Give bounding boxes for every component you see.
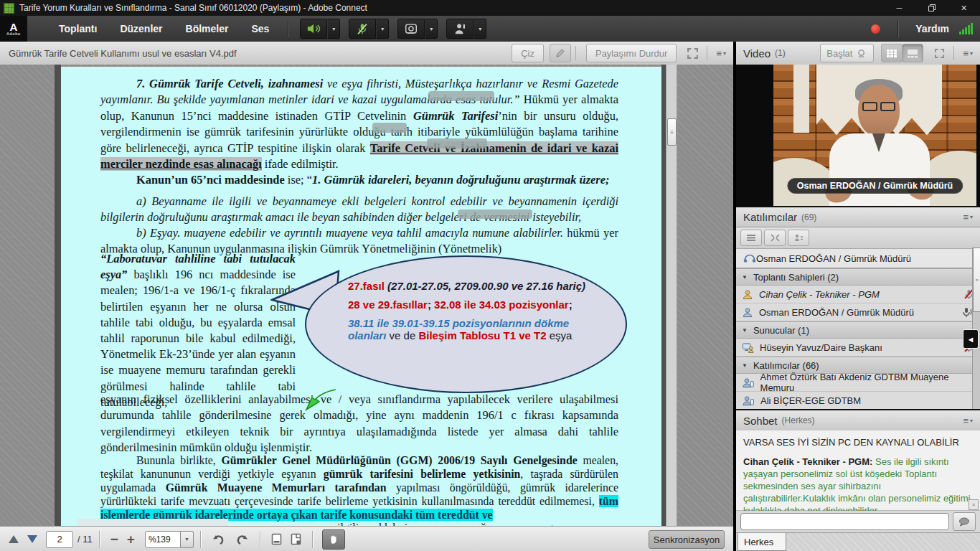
zoom-level-input[interactable]	[145, 531, 181, 548]
collapse-left-icon: ◄	[967, 335, 975, 344]
fullscreen-icon	[934, 48, 945, 59]
participant-mobile-icon	[742, 395, 755, 406]
attendee-row[interactable]: Osman ERDOĞAN / Gümrük Müdürü	[736, 303, 980, 321]
shared-document-title: Gümrük Tarife Cetveli Kullanımı usul ve …	[9, 48, 237, 59]
attendee-row[interactable]: Cihan Çelik - Tekniker - PGM	[736, 286, 980, 303]
attendee-name: Cihan Çelik - Tekniker - PGM	[759, 289, 880, 300]
presenter-role-icon	[742, 342, 754, 353]
pointer-tool-button[interactable]	[550, 44, 571, 62]
previous-page-button[interactable]	[9, 535, 19, 543]
menubar-divider	[897, 20, 898, 37]
menu-toplanti[interactable]: Toplantı	[59, 23, 97, 34]
microphone-muted-icon	[355, 22, 369, 36]
menu-yardim[interactable]: Yardım	[915, 23, 949, 34]
window-titlebar: Tarife Yorum Kuralları ve Sınıflandırma …	[0, 0, 980, 16]
chat-input[interactable]	[740, 513, 949, 530]
video-fullscreen-button[interactable]	[929, 44, 949, 62]
menu-lines-icon: ≡	[963, 48, 969, 59]
green-arrow-annotation	[303, 387, 338, 412]
sync-button[interactable]: Senkronizasyon	[649, 530, 725, 549]
active-speaker-row[interactable]: Osman ERDOĞAN / Gümrük Müdürü	[736, 249, 980, 268]
chat-tab-bar: Herkes	[736, 532, 980, 551]
scrollbar-thumb[interactable]: ≡	[667, 118, 677, 146]
speaker-button[interactable]	[300, 19, 327, 39]
zoom-dropdown-button[interactable]: ▼	[181, 531, 194, 548]
window-controls: ─ ×	[883, 0, 980, 16]
doc-paragraph: Kanun’un 65’nci maddesinde ise; “1. Gümr…	[100, 172, 618, 188]
next-page-button[interactable]	[27, 535, 37, 543]
minimize-icon[interactable]: ─	[883, 0, 915, 16]
toolbar-divider	[200, 531, 201, 548]
zoom-out-button[interactable]: −	[110, 532, 118, 547]
scrollbar-thumb[interactable]: ≡	[973, 248, 980, 312]
tab-herkes[interactable]: Herkes	[738, 533, 786, 551]
attendees-scrollbar[interactable]: ≡	[972, 248, 980, 409]
hand-tool-button[interactable]	[322, 529, 345, 550]
doc-paragraph: Bununla birlikte, Gümrükler Genel Müdürl…	[100, 453, 618, 522]
stop-sharing-button[interactable]: Paylaşımı Durdur	[586, 44, 677, 62]
redo-button[interactable]	[235, 534, 249, 545]
attendee-name: Ali BİÇER-EGE GDTBM	[760, 395, 861, 406]
fit-width-button[interactable]	[271, 533, 282, 545]
chevron-down-icon: ▾	[970, 50, 973, 57]
bubble-line: 27.fasıl (27.01-27.05, 2709.00.90 ve 27.…	[348, 280, 597, 292]
list-view-icon	[746, 234, 756, 242]
doc-paragraph: eşyanın fiziksel özelliklerini anlayabil…	[100, 392, 618, 456]
grip-icon: ≡	[975, 278, 978, 283]
chat-input-row	[736, 511, 980, 532]
menu-lines-icon: ≡	[716, 48, 722, 59]
chat-send-button[interactable]	[953, 512, 976, 531]
attendees-pod-title: Katılımcılar	[743, 211, 797, 223]
microphone-dropdown[interactable]: ▾	[376, 19, 389, 39]
set-status-button[interactable]	[446, 19, 473, 39]
fullscreen-button[interactable]	[682, 44, 702, 62]
start-webcam-button[interactable]: Başlat	[820, 44, 874, 62]
page-number-input[interactable]	[46, 531, 73, 548]
webcam-dropdown[interactable]: ▾	[425, 19, 438, 39]
close-icon[interactable]: ×	[948, 0, 980, 16]
group-header-presenters[interactable]: ▼ Sunucular (1)	[736, 321, 980, 339]
triangle-down-icon: ▼	[742, 327, 748, 334]
menu-ses[interactable]: Ses	[251, 23, 269, 34]
group-label: Toplantı Sahipleri (2)	[753, 272, 839, 283]
undo-button[interactable]	[212, 534, 226, 545]
sidebar-collapse-handle[interactable]: ◄	[963, 329, 979, 349]
attendees-pod-menu-button[interactable]: ≡ ▾	[963, 212, 973, 222]
breakout-icon	[771, 234, 780, 242]
speaker-dropdown[interactable]: ▾	[327, 19, 340, 39]
fullscreen-icon	[687, 47, 699, 60]
filmstrip-view-button[interactable]	[902, 44, 923, 62]
webcam-button[interactable]	[397, 19, 425, 39]
video-pod-menu-button[interactable]: ≡ ▾	[963, 48, 973, 59]
attendee-list-view-button[interactable]	[740, 230, 762, 246]
recording-indicator-icon	[871, 24, 880, 34]
status-view-button[interactable]	[788, 230, 809, 246]
page-shadow-left	[55, 65, 61, 526]
person-list-icon	[794, 234, 804, 242]
grid-view-button[interactable]	[881, 44, 903, 62]
menu-duzenler[interactable]: Düzenler	[120, 23, 162, 34]
header-divider	[953, 46, 954, 60]
zoom-in-button[interactable]: +	[127, 532, 135, 547]
share-pod-menu-button[interactable]: ≡ ▾	[716, 48, 726, 59]
chat-scroll-grip[interactable]: ≡	[969, 499, 979, 510]
attendee-row[interactable]: Hüseyin Yavuz/Daire Başkanı	[736, 339, 980, 357]
document-scrollbar[interactable]: ≡	[666, 65, 677, 526]
attendee-row[interactable]: Ahmet Öztürk Batı Akdeniz GDTBM Muayene …	[736, 374, 980, 392]
fit-page-button[interactable]	[291, 533, 301, 545]
chat-pod: Sohbet (Herkes) ≡ ▾ VARSA SES İYİ SİZİN …	[736, 410, 980, 551]
group-header-hosts[interactable]: ▼ Toplantı Sahipleri (2)	[736, 268, 980, 286]
redo-icon	[235, 534, 249, 545]
draw-button[interactable]: Çiz	[512, 44, 544, 62]
menu-bolmeler[interactable]: Bölmeler	[186, 23, 229, 34]
eraser-mark	[372, 123, 407, 133]
attendee-row[interactable]: Ali BİÇER-EGE GDTBM	[736, 392, 980, 409]
breakout-view-button[interactable]	[764, 230, 786, 246]
chat-scope: (Herkes)	[782, 415, 815, 425]
set-status-dropdown[interactable]: ▾	[473, 19, 486, 39]
chat-pod-menu-button[interactable]: ≡ ▾	[963, 415, 973, 426]
speaker-icon	[306, 22, 321, 35]
restore-icon[interactable]	[915, 0, 948, 16]
person-glasses	[862, 102, 895, 111]
microphone-button[interactable]	[349, 19, 376, 39]
